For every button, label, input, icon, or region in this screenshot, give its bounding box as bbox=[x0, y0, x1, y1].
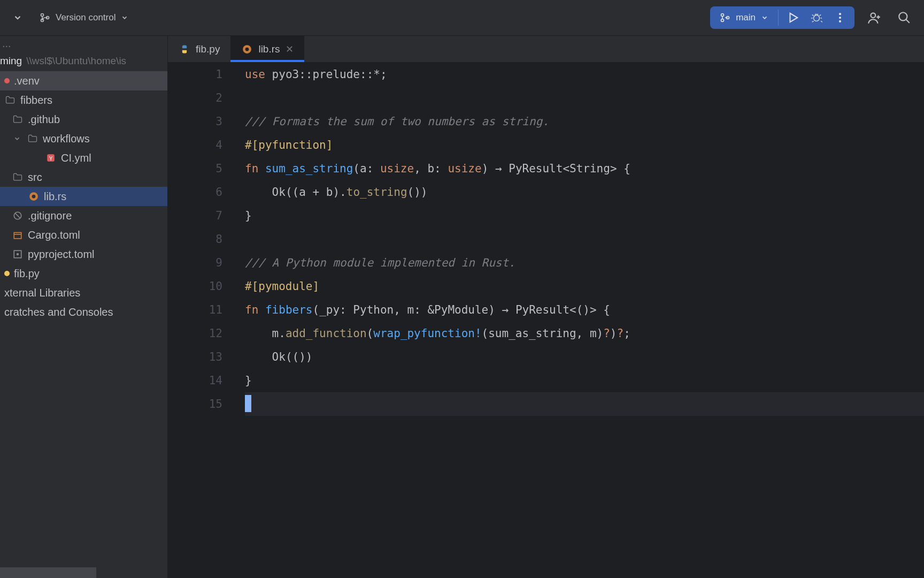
toml-icon bbox=[12, 248, 24, 260]
main-toolbar: Version control main bbox=[0, 0, 924, 36]
tree-item-scratches[interactable]: cratches and Consoles bbox=[0, 302, 167, 322]
tab-label: lib.rs bbox=[258, 43, 280, 55]
more-options-button[interactable] bbox=[829, 9, 851, 27]
svg-point-3 bbox=[814, 15, 820, 21]
cargo-icon bbox=[12, 229, 24, 241]
python-file-icon bbox=[179, 43, 190, 55]
bug-icon bbox=[811, 12, 822, 24]
branch-label: main bbox=[736, 12, 756, 23]
yaml-file-icon: Y bbox=[45, 152, 57, 164]
tree-label: .github bbox=[28, 113, 60, 126]
code-line[interactable]: fn fibbers(_py: Python, m: &PyModule) → … bbox=[245, 298, 924, 322]
project-sidebar: ... ming \\wsl$\Ubuntu\home\is .venv fib… bbox=[0, 36, 168, 578]
search-icon bbox=[897, 11, 911, 25]
rust-file-icon bbox=[241, 43, 253, 55]
code-line[interactable]: use pyo3::prelude::*; bbox=[245, 63, 924, 86]
code-content[interactable]: use pyo3::prelude::*; /// Formats the su… bbox=[236, 63, 924, 578]
project-root[interactable]: ming \\wsl$\Ubuntu\home\is bbox=[0, 51, 167, 71]
tree-item-gitignore[interactable]: .gitignore bbox=[0, 206, 167, 225]
tree-label: Cargo.toml bbox=[28, 229, 80, 241]
folder-icon bbox=[12, 171, 24, 183]
code-line-current[interactable] bbox=[245, 392, 924, 416]
svg-point-8 bbox=[899, 12, 907, 20]
svg-rect-14 bbox=[14, 233, 21, 239]
tree-label: workflows bbox=[43, 133, 90, 145]
code-line[interactable]: /// A Python module implemented in Rust. bbox=[245, 251, 924, 275]
search-button[interactable] bbox=[894, 7, 914, 28]
tree-item-pyproject-toml[interactable]: pyproject.toml bbox=[0, 245, 167, 264]
folder-icon bbox=[4, 94, 16, 106]
chevron-down-icon bbox=[121, 14, 128, 21]
tree-item-workflows[interactable]: workflows bbox=[0, 129, 167, 148]
code-line[interactable]: Ok((a + b).to_string()) bbox=[245, 180, 924, 204]
tree-item-ci-yml[interactable]: Y CI.yml bbox=[0, 148, 167, 168]
sidebar-dots[interactable]: ... bbox=[0, 36, 167, 51]
tree-label: .gitignore bbox=[28, 210, 72, 222]
svg-point-4 bbox=[839, 13, 841, 15]
line-number: 9 bbox=[168, 251, 222, 275]
debug-button[interactable] bbox=[805, 9, 828, 27]
project-tree: .venv fibbers .github bbox=[0, 71, 167, 578]
run-config-dropdown[interactable]: main bbox=[713, 9, 775, 26]
tree-label: xternal Libraries bbox=[4, 287, 80, 299]
tree-item-external-libraries[interactable]: xternal Libraries bbox=[0, 283, 167, 302]
line-number: 10 bbox=[168, 275, 222, 298]
tree-item-venv[interactable]: .venv bbox=[0, 71, 167, 90]
code-line[interactable]: } bbox=[245, 369, 924, 392]
text-caret bbox=[245, 395, 251, 412]
svg-point-7 bbox=[871, 13, 876, 18]
line-number: 14 bbox=[168, 369, 222, 392]
version-control-label: Version control bbox=[56, 12, 116, 23]
svg-text:Y: Y bbox=[49, 156, 53, 162]
line-gutter: 1 2 3 4 5 6 7 8 9 10 11 12 13 14 15 bbox=[168, 63, 236, 578]
gitignore-icon bbox=[12, 210, 24, 222]
run-button[interactable] bbox=[782, 9, 804, 27]
chevron-down-icon bbox=[761, 14, 768, 21]
code-line[interactable]: /// Formats the sum of two numbers as st… bbox=[245, 110, 924, 133]
svg-point-1 bbox=[721, 19, 724, 22]
code-line[interactable] bbox=[245, 227, 924, 251]
line-number: 7 bbox=[168, 204, 222, 227]
code-line[interactable] bbox=[245, 86, 924, 110]
chevron-down-icon[interactable] bbox=[12, 135, 22, 142]
tree-item-src[interactable]: src bbox=[0, 168, 167, 187]
project-root-suffix: ming bbox=[0, 55, 22, 67]
tree-item-lib-rs[interactable]: lib.rs bbox=[0, 187, 167, 206]
code-line[interactable]: fn sum_as_string(a: usize, b: usize) → P… bbox=[245, 157, 924, 180]
folder-icon bbox=[27, 133, 38, 144]
close-tab-button[interactable]: ✕ bbox=[286, 43, 294, 55]
editor-tabs: fib.py lib.rs ✕ bbox=[168, 36, 924, 63]
line-number: 2 bbox=[168, 86, 222, 110]
tab-fib-py[interactable]: fib.py bbox=[168, 36, 230, 62]
main-menu-chevron-icon[interactable] bbox=[10, 10, 26, 26]
svg-point-12 bbox=[32, 195, 36, 199]
tree-label: lib.rs bbox=[44, 191, 66, 203]
tree-item-fibbers[interactable]: fibbers bbox=[0, 90, 167, 110]
tab-lib-rs[interactable]: lib.rs ✕ bbox=[230, 36, 304, 62]
code-line[interactable]: } bbox=[245, 204, 924, 227]
code-line[interactable]: Ok(()) bbox=[245, 345, 924, 369]
rust-file-icon bbox=[28, 191, 40, 202]
toolbar-right: main bbox=[710, 6, 914, 29]
code-with-me-button[interactable] bbox=[864, 7, 884, 28]
code-line[interactable]: #[pyfunction] bbox=[245, 133, 924, 157]
line-number: 13 bbox=[168, 345, 222, 369]
line-number: 4 bbox=[168, 133, 222, 157]
version-control-dropdown[interactable]: Version control bbox=[34, 9, 134, 26]
line-number: 5 bbox=[168, 157, 222, 180]
tree-label: CI.yml bbox=[61, 152, 91, 164]
code-editor[interactable]: 1 2 3 4 5 6 7 8 9 10 11 12 13 14 15 use … bbox=[168, 63, 924, 578]
kebab-icon bbox=[834, 12, 846, 24]
tree-item-cargo-toml[interactable]: Cargo.toml bbox=[0, 225, 167, 245]
code-line[interactable]: m.add_function(wrap_pyfunction!(sum_as_s… bbox=[245, 322, 924, 345]
tree-item-fib-py[interactable]: fib.py bbox=[0, 264, 167, 283]
line-number: 12 bbox=[168, 322, 222, 345]
tree-item-github[interactable]: .github bbox=[0, 110, 167, 129]
line-number: 8 bbox=[168, 227, 222, 251]
line-number: 6 bbox=[168, 180, 222, 204]
tree-label: fib.py bbox=[14, 268, 40, 280]
code-line[interactable]: #[pymodule] bbox=[245, 275, 924, 298]
svg-point-18 bbox=[245, 47, 249, 51]
divider bbox=[778, 10, 779, 26]
run-config-group: main bbox=[710, 6, 854, 29]
